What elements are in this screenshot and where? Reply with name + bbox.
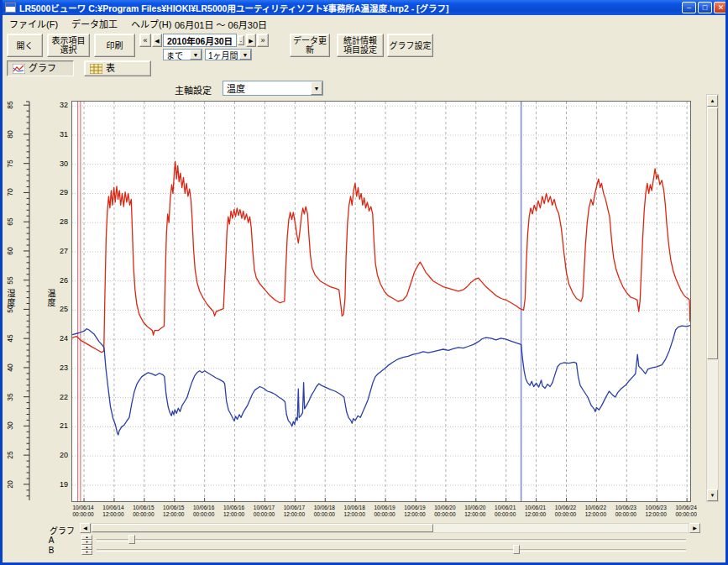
until-combo[interactable]: まで ▼ (163, 49, 202, 60)
plot-area[interactable] (71, 101, 691, 502)
app-window: LR5000ビューワ C:¥Program Files¥HIOKI¥LR5000… (0, 0, 728, 565)
temperature-tick-label: 19 (50, 480, 68, 489)
x-axis-tick-label: 10/06/22 00:00:00 (549, 505, 583, 517)
humidity-tick-label: 80 (6, 128, 14, 141)
close-button[interactable]: ✕ (714, 2, 728, 13)
display-item-select-button[interactable]: 表示項目 選択 (47, 34, 90, 57)
print-button[interactable]: 印刷 (94, 34, 135, 57)
temperature-tick-label: 23 (50, 364, 68, 372)
series-humidity (72, 326, 690, 436)
x-axis-tick-label: 10/06/23 00:00:00 (609, 505, 642, 517)
cursor-a-slider-thumb[interactable] (128, 535, 135, 544)
cursor-b-slider-track[interactable] (97, 549, 686, 552)
humidity-tick-label: 35 (6, 390, 14, 404)
primary-axis-combo[interactable]: 温度 ▼ (223, 81, 323, 96)
temperature-tick-label: 20 (50, 451, 68, 459)
x-axis-tick-label: 10/06/17 00:00:00 (247, 505, 280, 517)
app-icon (5, 3, 16, 13)
graph-scroll-thumb[interactable] (92, 524, 433, 532)
humidity-axis-ticks (19, 101, 31, 502)
vertical-scroll-thumb[interactable] (707, 107, 718, 359)
humidity-tick-label: 70 (6, 186, 14, 199)
x-axis-tick-label: 10/06/15 00:00:00 (127, 505, 160, 517)
temperature-tick-label: 27 (50, 247, 68, 255)
scroll-down-icon[interactable]: ▼ (707, 489, 718, 501)
humidity-tick-label: 45 (6, 332, 14, 345)
cursor-a-slider-track[interactable] (97, 539, 686, 541)
graph-scrollbar[interactable] (91, 523, 689, 533)
x-axis-tick-label: 10/06/15 12:00:00 (157, 505, 191, 517)
tab-graph[interactable]: グラフ (7, 60, 74, 76)
x-axis-tick-label: 10/06/17 12:00:00 (277, 505, 311, 517)
humidity-tick-label: 40 (6, 361, 14, 374)
cursor-a-label: A (46, 536, 56, 545)
primary-axis-value: 温度 (227, 81, 245, 95)
x-axis-tick-label: 10/06/18 12:00:00 (338, 505, 371, 517)
x-axis-tick-label: 10/06/23 12:00:00 (639, 505, 673, 517)
nav-next-button[interactable]: ▶ (246, 34, 256, 47)
date-small-button[interactable]: - (238, 35, 244, 45)
humidity-tick-label: 30 (6, 419, 14, 432)
temperature-tick-label: 24 (50, 334, 68, 343)
x-axis-tick-label: 10/06/24 00:00:00 (669, 505, 703, 517)
table-icon (90, 64, 102, 74)
humidity-tick-label: 60 (6, 244, 14, 258)
vertical-scrollbar[interactable]: ▲ ▼ (706, 94, 719, 502)
chevron-down-icon[interactable]: ▼ (311, 81, 322, 95)
graph-icon (13, 64, 25, 74)
graph-setting-button[interactable]: グラフ設定 (387, 34, 433, 57)
tab-graph-label: グラフ (29, 64, 56, 73)
temperature-tick-label: 32 (50, 101, 68, 109)
series-temperature (72, 161, 690, 353)
data-update-button[interactable]: データ更新 (290, 34, 330, 57)
date-range-text: 06月01日 ～ 06月30日 (175, 18, 267, 31)
menu-file[interactable]: ファイル(F) (3, 15, 65, 32)
temperature-tick-label: 21 (50, 421, 68, 430)
temperature-tick-label: 22 (50, 393, 68, 401)
x-axis-tick-label: 10/06/16 12:00:00 (217, 505, 251, 517)
scroll-up-icon[interactable]: ▲ (707, 95, 718, 107)
maximize-button[interactable]: □ (698, 2, 712, 13)
tab-table[interactable]: 表 (84, 60, 151, 76)
span-combo-value: 1ヶ月間 (208, 49, 238, 61)
span-combo[interactable]: 1ヶ月間 ▼ (205, 49, 252, 60)
chevron-down-icon[interactable]: ▼ (239, 50, 251, 60)
graph-scroll-label: グラフ (45, 524, 75, 536)
temperature-tick-label: 26 (50, 276, 68, 285)
chevron-down-icon[interactable]: ▼ (190, 50, 202, 60)
x-axis-tick-label: 10/06/21 12:00:00 (519, 505, 553, 517)
nav-first-button[interactable]: « (139, 34, 151, 47)
x-axis-tick-label: 10/06/22 12:00:00 (579, 505, 612, 517)
menu-help[interactable]: ヘルプ(H) (124, 15, 178, 32)
tab-row: グラフ 表 (3, 60, 728, 77)
humidity-tick-label: 55 (6, 274, 14, 287)
x-axis-tick-label: 10/06/19 00:00:00 (368, 505, 401, 517)
open-button[interactable]: 開く (7, 34, 43, 57)
nav-prev-button[interactable]: ◀ (152, 34, 162, 47)
nav-last-button[interactable]: » (257, 34, 269, 47)
cursor-b-spinner[interactable]: ▲▼ (81, 545, 92, 555)
graph-scroll-left-icon[interactable]: ◀ (80, 523, 91, 533)
cursor-a-spinner[interactable]: ▲▼ (81, 535, 92, 545)
primary-axis-label: 主軸設定 (175, 83, 212, 97)
cursor-b-label: B (46, 546, 56, 555)
humidity-tick-label: 50 (6, 302, 14, 316)
temperature-tick-label: 29 (50, 188, 68, 196)
x-axis-tick-label: 10/06/20 00:00:00 (428, 505, 462, 517)
cursor-b-slider-thumb[interactable] (513, 545, 520, 554)
minimize-button[interactable]: – (682, 2, 696, 13)
tab-table-label: 表 (106, 64, 115, 73)
temperature-tick-label: 25 (50, 305, 68, 313)
window-title: LR5000ビューワ C:¥Program Files¥HIOKI¥LR5000… (19, 2, 682, 14)
temperature-tick-label: 31 (50, 130, 68, 139)
menu-data-processing[interactable]: データ加工 (65, 15, 124, 32)
graph-scroll-right-icon[interactable]: ▶ (689, 523, 700, 533)
x-axis-tick-label: 10/06/16 00:00:00 (187, 505, 221, 517)
menu-bar: ファイル(F) データ加工 ヘルプ(H) 06月01日 ～ 06月30日 (3, 15, 728, 32)
stats-setting-button[interactable]: 統計情報 項目設定 (337, 34, 384, 57)
until-combo-value: まで (166, 49, 183, 61)
date-field[interactable]: 2010年06月30日 (163, 34, 237, 47)
title-bar: LR5000ビューワ C:¥Program Files¥HIOKI¥LR5000… (3, 0, 728, 15)
x-axis-tick-label: 10/06/14 00:00:00 (66, 505, 100, 517)
humidity-tick-label: 75 (6, 157, 14, 170)
